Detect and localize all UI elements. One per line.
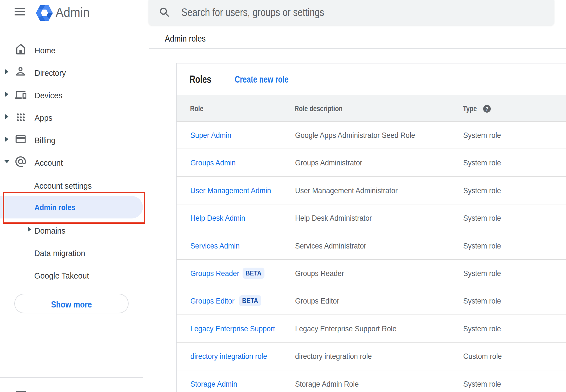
svg-text:?: ? bbox=[485, 106, 489, 112]
